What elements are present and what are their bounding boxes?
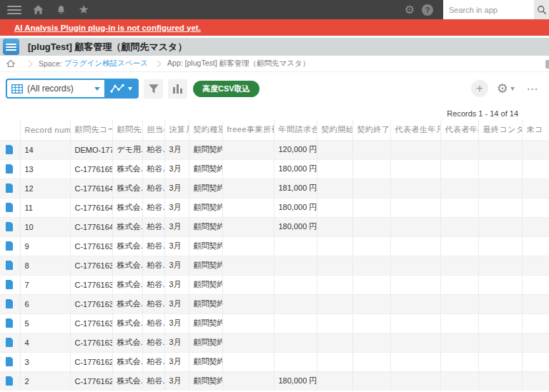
home-icon[interactable] (31, 4, 44, 16)
plugin-warning-link[interactable]: AI Analysis Plugin plug-in is not config… (14, 24, 201, 32)
app-settings-button[interactable]: ⚙ (497, 82, 515, 95)
column-header[interactable]: 担当者 (142, 120, 164, 140)
chevron-down-icon (128, 87, 132, 91)
table-row: 10 C-17761642... 株式会... 柏谷... 3月 顧問契約 18… (0, 217, 549, 236)
open-record-icon[interactable] (6, 203, 14, 212)
breadcrumb-space-link[interactable]: プラグイン検証スペース (64, 59, 148, 69)
open-record-icon[interactable] (6, 299, 14, 308)
cell-contract-type: 顧問契約 (189, 179, 222, 198)
cell-freee-number (222, 294, 274, 313)
open-record-icon[interactable] (6, 280, 14, 289)
favorites-star-icon[interactable]: ★ (77, 4, 90, 16)
column-header[interactable]: 決算月 (164, 120, 189, 140)
column-header[interactable]: 顧問先名 (112, 120, 142, 140)
cell-freee-number (222, 256, 274, 275)
cell-rep: 柏谷... (142, 217, 164, 236)
column-header[interactable]: 代表者年齢 (440, 120, 478, 140)
app-title-bar: [plugTest] 顧客管理（顧問先マスタ） (0, 38, 549, 56)
cell-contract-start (317, 256, 352, 275)
open-record-icon[interactable] (6, 184, 14, 193)
column-header[interactable]: freee事業所番号 (222, 120, 274, 140)
cell-client-name: 株式会... (112, 352, 142, 371)
breadcrumb-separator-icon (154, 60, 162, 67)
view-select-dropdown[interactable]: (All records) (7, 80, 104, 97)
cell-rep-birthdate (390, 140, 440, 159)
open-record-icon[interactable] (6, 164, 14, 174)
hamburger-menu-icon[interactable] (7, 6, 21, 14)
cell-record-number: 2 (20, 371, 70, 391)
cell-client-name: 株式会... (112, 256, 142, 275)
search-input[interactable] (443, 0, 534, 19)
column-header[interactable]: 未コ (522, 120, 549, 140)
column-header[interactable]: 代表者生年月日 (390, 120, 440, 140)
more-options-button[interactable]: ⋯ (523, 82, 542, 96)
cell-freee-number (222, 159, 274, 179)
cell-client-code: C-17761636... (70, 256, 112, 275)
cell-annual-billing: 180,000 円 (274, 371, 317, 391)
open-record-icon[interactable] (6, 241, 14, 251)
cell-rep: 柏谷... (142, 313, 164, 333)
open-record-icon[interactable] (6, 261, 14, 270)
app-icon[interactable] (3, 39, 19, 55)
help-icon[interactable]: ? (422, 4, 433, 16)
cell-fiscal-month: 3月 (164, 294, 189, 313)
column-header[interactable]: 年間請求合計 (274, 120, 317, 140)
cell-annual-billing: 180,000 円 (274, 159, 317, 179)
cell-record-number: 14 (20, 140, 70, 159)
cell-rep-birthdate (390, 294, 440, 313)
graph-view-dropdown[interactable] (104, 80, 137, 97)
cell-last-contact (478, 236, 522, 256)
column-header[interactable]: 契約種別 (189, 120, 222, 140)
cell-contract-start (317, 275, 352, 294)
cell-freee-number (222, 236, 274, 256)
column-header[interactable]: 契約開始日 (317, 120, 352, 140)
cell-client-name: 株式会... (112, 275, 142, 294)
cell-rep-birthdate (390, 352, 440, 371)
cell-last-contact (478, 313, 522, 333)
cell-rep-age (440, 352, 478, 371)
cell-client-code: C-17761649... (70, 179, 112, 198)
cell-freee-number (222, 179, 274, 198)
open-record-icon[interactable] (6, 318, 14, 328)
breadcrumb-home-icon[interactable] (6, 59, 15, 68)
cell-rep-birthdate (390, 256, 440, 275)
cell-last-contact (478, 179, 522, 198)
cell-rep: 柏谷... (142, 333, 164, 352)
cell-extra (522, 333, 549, 352)
cell-rep: 柏谷... (142, 371, 164, 391)
open-record-icon[interactable] (6, 145, 14, 154)
cell-contract-start (317, 198, 352, 217)
cell-rep: 柏谷... (142, 159, 164, 179)
column-header[interactable]: 契約終了日 (352, 120, 390, 140)
open-record-icon[interactable] (6, 376, 14, 386)
column-header[interactable]: 顧問先コード (70, 120, 112, 140)
cell-annual-billing (274, 352, 317, 371)
cell-freee-number (222, 333, 274, 352)
cell-client-code: C-17761634... (70, 294, 112, 313)
notification-bell-icon[interactable] (54, 4, 67, 16)
add-record-button[interactable]: + (471, 80, 488, 97)
search-button[interactable] (534, 0, 549, 19)
column-header[interactable]: 最終コンタクト日 (478, 120, 522, 140)
cell-rep-age (440, 294, 478, 313)
open-record-icon[interactable] (6, 338, 14, 347)
admin-gear-icon[interactable]: ⚙ (405, 4, 415, 16)
cell-extra (522, 275, 549, 294)
column-header[interactable]: Record number (20, 120, 70, 140)
chart-button[interactable] (168, 79, 187, 99)
table-row: 5 C-17761633... 株式会... 柏谷... 3月 顧問契約 (0, 313, 549, 333)
open-record-icon[interactable] (6, 222, 14, 231)
cell-last-contact (478, 256, 522, 275)
breadcrumb: Space: プラグイン検証スペース App: [plugTest] 顧客管理（… (0, 56, 549, 72)
cell-last-contact (478, 294, 522, 313)
cell-contract-start (317, 313, 352, 333)
csv-import-button[interactable]: 高度CSV取込 (193, 81, 259, 97)
cell-client-code: C-17761633... (70, 333, 112, 352)
filter-button[interactable] (144, 79, 163, 99)
cell-contract-start (317, 371, 352, 391)
cell-contract-end (352, 256, 390, 275)
cell-last-contact (478, 198, 522, 217)
cell-contract-type: 顧問契約 (189, 140, 222, 159)
open-record-icon[interactable] (6, 357, 14, 366)
cell-rep-age (440, 179, 478, 198)
